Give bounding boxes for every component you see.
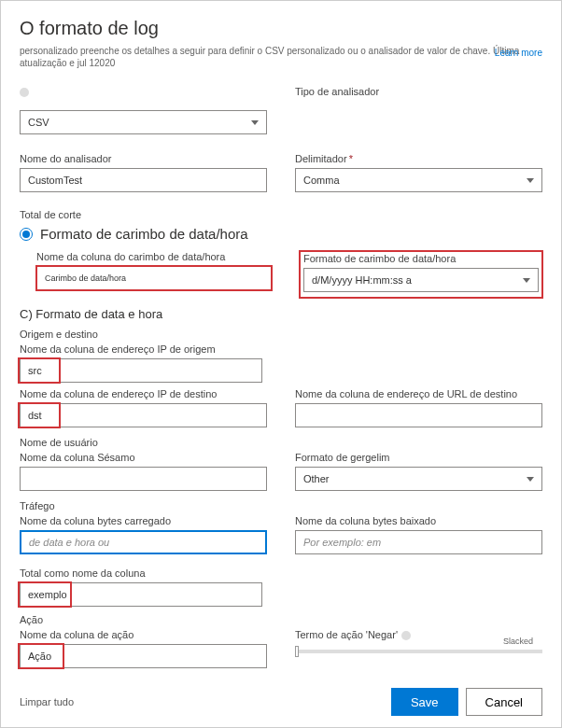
slider-thumb[interactable] xyxy=(295,646,299,657)
cutoff-label: Total de corte xyxy=(20,209,542,220)
dst-label: Nome da coluna de endereço IP de destino xyxy=(20,388,267,399)
delimiter-select[interactable]: Comma xyxy=(295,168,542,192)
gergelim-select[interactable]: Other xyxy=(295,467,542,491)
chevron-down-icon xyxy=(523,278,530,283)
user-section-label: Nome de usuário xyxy=(20,437,542,448)
slider-value-label: Slacked xyxy=(503,637,533,646)
parser-name-label: Nome do analisador xyxy=(20,153,267,164)
url-label: Nome da coluna de endereço de URL de des… xyxy=(295,388,542,399)
cancel-button[interactable]: Cancel xyxy=(466,688,542,716)
delimiter-label: Delimitador xyxy=(295,153,542,164)
action-section-label: Ação xyxy=(20,614,542,625)
timestamp-format-radio[interactable] xyxy=(20,228,33,241)
sesame-label: Nome da coluna Sésamo xyxy=(20,452,267,463)
chevron-down-icon xyxy=(251,120,259,125)
clear-all-link[interactable]: Limpar tudo xyxy=(20,696,74,707)
traffic-section-label: Tráfego xyxy=(20,500,542,511)
learn-more-link[interactable]: Learn more xyxy=(495,48,542,58)
ts-col-label: Nome da coluna do carimbo de data/hora xyxy=(36,251,272,262)
delimiter-value: Comma xyxy=(303,175,340,186)
page-subtitle: personalizado preenche os detalhes a seg… xyxy=(20,45,542,69)
sesame-input[interactable] xyxy=(20,467,267,491)
action-col-label: Nome da coluna de ação xyxy=(20,629,267,640)
url-input[interactable] xyxy=(295,403,542,427)
bytes-down-label: Nome da coluna bytes baixado xyxy=(295,515,542,526)
timestamp-format-radio-label: Formato de carimbo de data/hora xyxy=(40,226,248,242)
chevron-down-icon xyxy=(527,477,534,482)
ts-fmt-label: Formato de carimbo de data/hora xyxy=(303,253,539,264)
bytes-up-input[interactable] xyxy=(20,530,267,554)
action-col-input[interactable] xyxy=(20,644,267,668)
gergelim-label: Formato de gergelim xyxy=(295,452,542,463)
total-col-label: Total como nome da coluna xyxy=(20,567,542,579)
src-label: Nome da coluna de endereço IP de origem xyxy=(20,343,542,355)
src-input[interactable] xyxy=(20,358,262,383)
parser-type-select[interactable]: CSV xyxy=(20,110,267,134)
total-col-input[interactable] xyxy=(20,582,262,607)
bytes-up-label: Nome da coluna bytes carregado xyxy=(20,515,267,526)
parser-type-label: Tipo de analisador xyxy=(295,86,542,97)
dst-input[interactable] xyxy=(20,403,267,427)
ts-col-input[interactable] xyxy=(36,266,272,290)
parser-name-input[interactable] xyxy=(20,168,267,192)
info-icon xyxy=(401,631,411,640)
parser-type-indicator xyxy=(20,86,267,97)
info-icon xyxy=(20,88,29,97)
parser-type-value: CSV xyxy=(28,117,49,128)
page-title: O formato de log xyxy=(20,18,542,39)
section-c-title: C) Formato de data e hora xyxy=(20,307,542,321)
save-button[interactable]: Save xyxy=(391,688,458,716)
origin-dest-label: Origem e destino xyxy=(20,329,542,340)
chevron-down-icon xyxy=(527,178,534,183)
deny-slider[interactable]: Slacked xyxy=(295,650,542,653)
ts-fmt-select[interactable]: d/M/yyyy HH:mm:ss a xyxy=(303,268,539,292)
ts-fmt-value: d/M/yyyy HH:mm:ss a xyxy=(312,274,412,286)
gergelim-value: Other xyxy=(303,473,330,484)
bytes-down-input[interactable] xyxy=(295,530,542,554)
